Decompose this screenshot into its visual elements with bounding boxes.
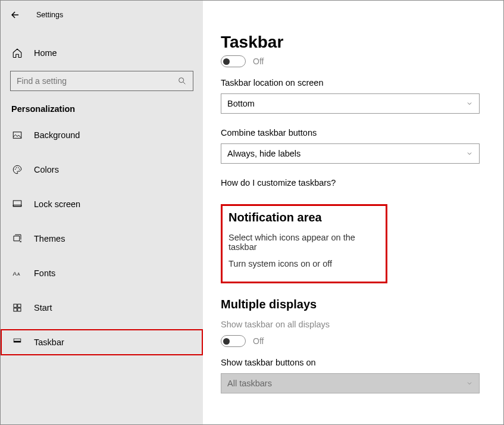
start-icon xyxy=(11,302,23,314)
help-link[interactable]: How do I customize taskbars? xyxy=(221,178,480,188)
notification-section-title: Notification area xyxy=(228,211,380,224)
sidebar-item-lockscreen[interactable]: Lock screen xyxy=(1,191,203,217)
sidebar-item-background[interactable]: Background xyxy=(1,122,203,148)
toggle-state: Off xyxy=(253,57,264,66)
dropdown-value: All taskbars xyxy=(227,379,272,388)
sidebar-item-fonts[interactable]: AA Fonts xyxy=(1,260,203,286)
sidebar-item-start[interactable]: Start xyxy=(1,295,203,321)
dropdown-value: Bottom xyxy=(227,99,255,108)
search-input[interactable] xyxy=(17,76,177,86)
sidebar-item-taskbar[interactable]: Taskbar xyxy=(1,329,203,355)
notification-area-box: Notification area Select which icons app… xyxy=(221,204,387,283)
home-nav[interactable]: Home xyxy=(1,40,203,66)
fonts-icon: AA xyxy=(11,267,23,279)
svg-rect-6 xyxy=(13,201,21,207)
svg-text:A: A xyxy=(13,270,17,277)
svg-rect-11 xyxy=(18,304,21,307)
group-label: Personalization xyxy=(1,91,203,120)
sidebar-item-label: Colors xyxy=(34,165,59,174)
sidebar-item-label: Start xyxy=(34,303,52,312)
multi-toggle-switch[interactable] xyxy=(221,335,246,347)
search-box[interactable] xyxy=(10,71,193,91)
home-icon xyxy=(11,47,23,59)
svg-point-2 xyxy=(15,169,16,170)
chevron-down-icon xyxy=(466,380,473,387)
chevron-down-icon xyxy=(466,100,473,107)
search-wrap xyxy=(10,71,193,91)
themes-icon xyxy=(11,233,23,245)
svg-point-5 xyxy=(19,169,20,170)
combine-dropdown[interactable]: Always, hide labels xyxy=(221,143,480,164)
chevron-down-icon xyxy=(466,150,473,157)
dropdown-value: Always, hide labels xyxy=(227,149,300,158)
system-icons-link[interactable]: Turn system icons on or off xyxy=(228,259,380,268)
nav-list: Background Colors Lock screen Themes AA … xyxy=(1,122,203,355)
arrow-left-icon xyxy=(10,10,20,20)
multi-toggle-label: Show taskbar on all displays xyxy=(221,320,480,329)
svg-rect-7 xyxy=(13,205,21,207)
svg-point-3 xyxy=(16,167,17,168)
titlebar: Settings xyxy=(1,1,203,29)
sidebar-item-themes[interactable]: Themes xyxy=(1,226,203,252)
sidebar-item-colors[interactable]: Colors xyxy=(1,157,203,183)
toggle-row-partial: Off xyxy=(221,55,480,67)
window-title: Settings xyxy=(36,11,63,19)
sidebar-item-label: Fonts xyxy=(34,268,55,278)
multi-toggle-state: Off xyxy=(253,336,264,346)
svg-text:A: A xyxy=(17,272,20,276)
toggle-switch[interactable] xyxy=(221,55,246,67)
svg-rect-12 xyxy=(14,308,17,311)
svg-rect-13 xyxy=(18,308,21,311)
select-icons-link[interactable]: Select which icons appear on the taskbar xyxy=(228,233,380,252)
multiple-displays-title: Multiple displays xyxy=(221,298,480,311)
search-icon xyxy=(177,76,187,86)
svg-rect-15 xyxy=(14,341,21,342)
palette-icon xyxy=(11,164,23,176)
picture-icon xyxy=(11,129,23,141)
sidebar: Settings Home Personalization Background… xyxy=(1,1,203,424)
sidebar-item-label: Background xyxy=(34,130,80,140)
page-title: Taskbar xyxy=(221,33,480,52)
svg-rect-10 xyxy=(14,304,17,307)
main-content: Taskbar Off Taskbar location on screen B… xyxy=(203,1,503,424)
sidebar-item-label: Taskbar xyxy=(34,338,64,347)
combine-label: Combine taskbar buttons xyxy=(221,128,480,138)
home-label: Home xyxy=(34,48,57,58)
svg-point-4 xyxy=(18,167,19,168)
sidebar-item-label: Themes xyxy=(34,234,65,243)
svg-point-0 xyxy=(179,78,184,83)
taskbar-icon xyxy=(11,336,23,348)
location-label: Taskbar location on screen xyxy=(221,78,480,88)
location-dropdown[interactable]: Bottom xyxy=(221,93,480,114)
multi-toggle-row: Off xyxy=(221,335,480,347)
lockscreen-icon xyxy=(11,198,23,210)
back-button[interactable] xyxy=(7,7,23,23)
svg-rect-1 xyxy=(13,132,21,139)
buttons-dropdown: All taskbars xyxy=(221,373,480,393)
sidebar-item-label: Lock screen xyxy=(34,199,80,209)
buttons-label: Show taskbar buttons on xyxy=(221,358,480,367)
